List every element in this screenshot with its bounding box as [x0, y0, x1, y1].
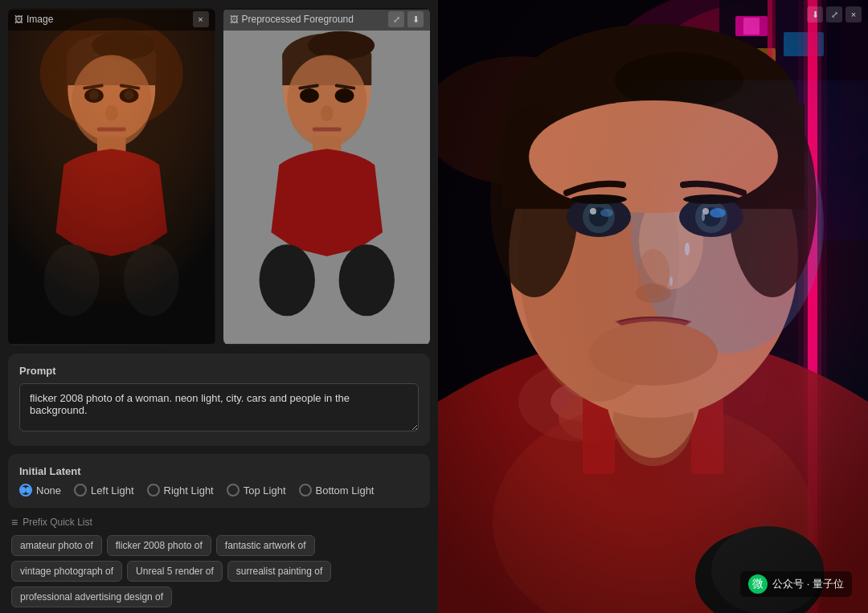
preprocessed-svg [223, 8, 431, 345]
left-panel: 🖼 Image × [0, 0, 438, 613]
initial-latent-label: Initial Latent [19, 465, 419, 477]
image-box: 🖼 Image × [8, 8, 215, 345]
right-expand-button[interactable]: ⤢ [826, 6, 842, 22]
svg-rect-18 [8, 10, 215, 344]
radio-none-label: None [36, 484, 61, 497]
image-box-title: 🖼 Image [14, 14, 53, 25]
radio-bottom-light-circle [299, 484, 312, 497]
preprocessed-icon: 🖼 [230, 14, 239, 24]
preprocessed-box-header: 🖼 Preprocessed Foreground ⤢ ⬇ [223, 8, 431, 31]
radio-none[interactable]: None [19, 484, 61, 497]
svg-point-26 [334, 88, 354, 103]
right-panel: ⬇ ⤢ × [438, 0, 868, 613]
prefix-quick-list: Prefix Quick List amateur photo of flick… [8, 516, 430, 612]
image-svg [8, 8, 215, 345]
tag-unreal-5[interactable]: Unreal 5 render of [127, 561, 223, 582]
preprocessed-download-button[interactable]: ⬇ [407, 11, 424, 27]
image-title-label: Image [27, 14, 53, 25]
svg-point-24 [287, 55, 366, 147]
radio-bottom-light-label: Bottom Light [316, 484, 375, 497]
image-close-button[interactable]: × [193, 11, 209, 27]
right-close-button[interactable]: × [845, 6, 862, 22]
right-download-button[interactable]: ⬇ [807, 6, 823, 22]
radio-right-light[interactable]: Right Light [147, 484, 214, 497]
radio-group: None Left Light Right Light Top Light Bo… [19, 484, 419, 497]
svg-rect-92 [438, 0, 868, 613]
svg-point-29 [320, 105, 333, 121]
image-icon: 🖼 [14, 14, 23, 24]
svg-point-32 [259, 244, 314, 316]
prompt-section: Prompt [8, 353, 430, 446]
preprocessed-box: 🖼 Preprocessed Foreground ⤢ ⬇ [223, 8, 431, 345]
radio-right-light-circle [147, 484, 160, 497]
svg-rect-30 [312, 128, 341, 132]
radio-top-light[interactable]: Top Light [227, 484, 286, 497]
svg-point-23 [307, 31, 374, 60]
watermark-icon: 微 [748, 574, 768, 594]
watermark: 微 公众号 · 量子位 [740, 571, 852, 597]
radio-top-light-circle [227, 484, 240, 497]
preprocessed-title-label: Preprocessed Foreground [242, 14, 354, 25]
tag-flicker-2008[interactable]: flicker 2008 photo of [107, 535, 211, 556]
preprocessed-expand-button[interactable]: ⤢ [388, 11, 404, 27]
radio-bottom-light[interactable]: Bottom Light [299, 484, 375, 497]
svg-point-33 [338, 244, 394, 316]
radio-left-light-label: Left Light [91, 484, 134, 497]
tag-surrealist-painting[interactable]: surrealist painting of [227, 561, 331, 582]
right-panel-header: ⬇ ⤢ × [800, 0, 868, 29]
preprocessed-actions: ⤢ ⬇ [388, 11, 424, 27]
watermark-text: 公众号 · 量子位 [772, 577, 844, 591]
prefix-tags-row: amateur photo of flicker 2008 photo of f… [11, 535, 427, 607]
prompt-textarea[interactable] [19, 383, 419, 431]
image-box-header: 🖼 Image × [8, 8, 215, 31]
image-row: 🖼 Image × [8, 8, 430, 345]
svg-point-25 [300, 88, 319, 103]
radio-right-light-label: Right Light [164, 484, 214, 497]
tag-vintage-photograph[interactable]: vintage photograph of [11, 561, 122, 582]
radio-none-circle [19, 484, 32, 497]
tag-fantastic-artwork[interactable]: fantastic artwork of [216, 535, 315, 556]
radio-left-light[interactable]: Left Light [74, 484, 134, 497]
preprocessed-placeholder [223, 8, 431, 345]
radio-left-light-circle [74, 484, 87, 497]
prefix-quick-list-title: Prefix Quick List [11, 516, 427, 529]
preprocessed-title: 🖼 Preprocessed Foreground [230, 14, 354, 25]
image-box-actions: × [193, 11, 209, 27]
radio-top-light-label: Top Light [244, 484, 286, 497]
generated-image-svg [438, 0, 868, 613]
image-placeholder [8, 8, 215, 345]
tag-professional-advertising[interactable]: professional advertising design of [11, 586, 172, 607]
large-generated-image: 微 公众号 · 量子位 [438, 0, 868, 613]
tag-amateur-photo[interactable]: amateur photo of [11, 535, 102, 556]
initial-latent-section: Initial Latent None Left Light Right Lig… [8, 454, 430, 508]
prompt-label: Prompt [19, 365, 419, 377]
